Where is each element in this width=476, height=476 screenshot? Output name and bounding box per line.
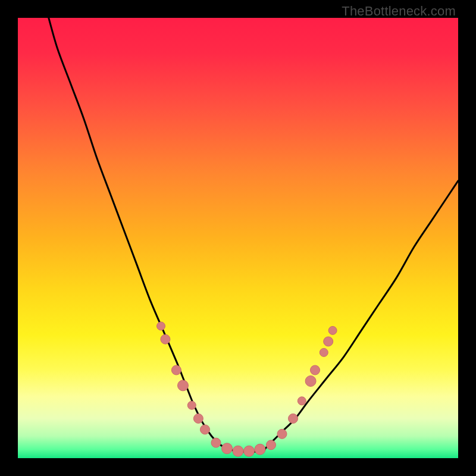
data-marker [277,429,287,439]
plot-area [18,18,458,458]
data-marker [157,322,165,330]
data-marker [255,444,265,455]
data-marker [305,376,316,387]
data-marker [289,414,298,423]
bottleneck-curve [49,18,458,452]
curve-layer [18,18,458,458]
data-marker [233,446,243,456]
watermark-text: TheBottleneck.com [342,4,456,19]
data-marker [328,326,337,334]
data-marker [244,446,255,456]
valley-curve [49,18,458,452]
data-marker [211,438,221,447]
data-marker [320,348,328,356]
data-marker [298,397,306,405]
data-marker [201,425,210,434]
data-marker [311,365,320,375]
data-markers [157,322,337,456]
data-marker [324,337,333,346]
chart-frame: TheBottleneck.com [0,0,476,476]
data-marker [171,365,181,375]
data-marker [193,414,203,423]
data-marker [267,440,276,450]
data-marker [222,443,233,454]
data-marker [187,401,196,409]
data-marker [178,380,189,391]
data-marker [161,334,170,344]
